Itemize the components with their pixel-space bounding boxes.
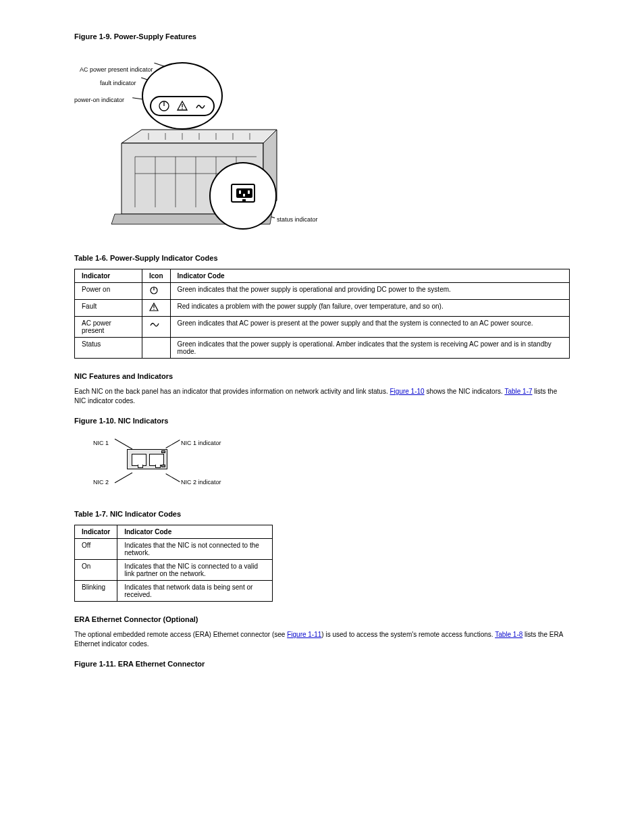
era-section-heading: ERA Ethernet Connector (Optional) xyxy=(74,615,570,623)
fault-icon xyxy=(149,303,159,312)
svg-point-23 xyxy=(182,108,183,109)
table-row: Blinking Indicates that network data is … xyxy=(75,581,273,602)
col-icon: Icon xyxy=(142,269,171,283)
col-code: Indicator Code xyxy=(117,525,272,539)
table-1-6-title: Table 1-6. Power-Supply Indicator Codes xyxy=(74,254,570,262)
svg-point-28 xyxy=(153,309,154,309)
table-1-8-link[interactable]: Table 1-8 xyxy=(495,631,522,638)
nic2-label: NIC 2 xyxy=(93,479,109,486)
callout-fault-indicator: fault indicator xyxy=(100,80,136,86)
table-1-6: Indicator Icon Indicator Code Power on G… xyxy=(74,269,570,359)
era-section-paragraph: The optional embedded remote access (ERA… xyxy=(74,630,570,649)
figure-1-9-illustration: AC power present indicator fault indicat… xyxy=(74,49,344,238)
table-row: On Indicates that the NIC is connected t… xyxy=(75,560,273,581)
figure-1-9-title: Figure 1-9. Power-Supply Features xyxy=(74,32,570,41)
power-on-icon xyxy=(158,100,170,112)
callout-ac-power-indicator: AC power present indicator xyxy=(80,66,153,73)
nic-connector-block xyxy=(127,449,167,469)
nic1-label: NIC 1 xyxy=(93,440,109,446)
nic1-indicator-label: NIC 1 indicator xyxy=(181,440,221,446)
nic1-port xyxy=(132,454,146,466)
fault-icon xyxy=(176,100,188,112)
table-row: Power on Green indicates that the power … xyxy=(75,283,570,300)
figure-1-10-title: Figure 1-10. NIC Indicators xyxy=(74,417,570,425)
nic-section-heading: NIC Features and Indicators xyxy=(74,372,570,380)
table-row: AC power present Green indicates that AC… xyxy=(75,317,570,338)
nic1-indicator-led xyxy=(161,450,165,453)
table-row: Indicator Indicator Code xyxy=(75,525,273,539)
col-code: Indicator Code xyxy=(170,269,569,283)
col-indicator: Indicator xyxy=(75,525,117,539)
table-1-7: Indicator Indicator Code Off Indicates t… xyxy=(74,525,273,602)
power-socket xyxy=(231,184,255,203)
col-indicator: Indicator xyxy=(75,269,142,283)
table-row: Off Indicates that the NIC is not connec… xyxy=(75,539,273,560)
table-1-7-title: Table 1-7. NIC Indicator Codes xyxy=(74,510,570,518)
figure-1-11-title: Figure 1-11. ERA Ethernet Connector xyxy=(74,660,570,668)
nic2-indicator-led xyxy=(161,465,165,467)
power-on-icon xyxy=(149,286,159,295)
table-row: Status Green indicates that the power su… xyxy=(75,338,570,359)
ac-power-icon xyxy=(149,319,160,329)
table-row: Fault Red indicates a problem with the p… xyxy=(75,300,570,317)
callout-power-on-indicator: power-on indicator xyxy=(74,97,124,103)
table-row: Indicator Icon Indicator Code xyxy=(75,269,570,283)
indicator-strip xyxy=(150,96,215,116)
ac-power-icon xyxy=(194,100,207,112)
figure-1-10-illustration: NIC 1 NIC 1 indicator NIC 2 NIC 2 indica… xyxy=(93,433,242,494)
table-1-7-link[interactable]: Table 1-7 xyxy=(504,388,532,395)
nic-section-paragraph: Each NIC on the back panel has an indica… xyxy=(74,387,570,406)
figure-1-11-link[interactable]: Figure 1-11 xyxy=(287,631,321,638)
figure-1-10-link[interactable]: Figure 1-10 xyxy=(390,388,424,395)
nic2-indicator-label: NIC 2 indicator xyxy=(181,479,221,486)
